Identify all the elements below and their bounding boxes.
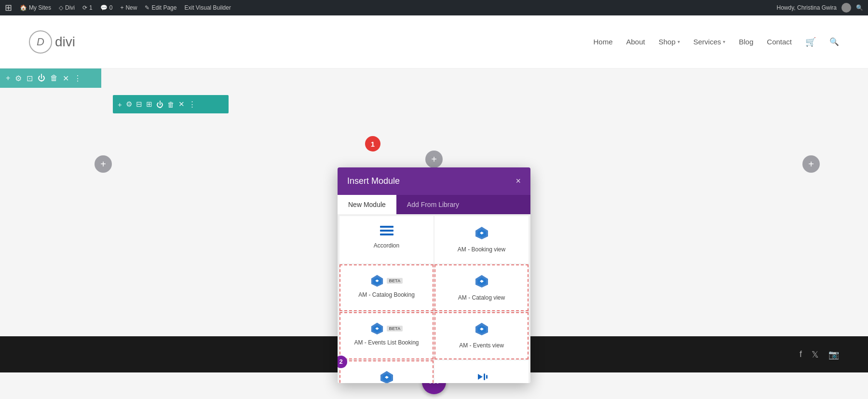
site-nav: Home About Shop ▾ Services ▾ Blog Contac… — [593, 37, 839, 47]
am-booking-view-label: AM - Booking view — [458, 246, 505, 254]
am-booking-view-icon — [475, 226, 489, 242]
twitter-icon[interactable]: 𝕏 — [812, 349, 819, 360]
am-events-list-booking-label: AM - Events List Booking — [354, 339, 419, 347]
svg-rect-0 — [380, 226, 393, 228]
am-events-view-label: AM - Events view — [459, 342, 504, 350]
avatar[interactable] — [841, 3, 851, 13]
divi-icon: ◇ — [59, 4, 63, 11]
tab-new-module[interactable]: New Module — [338, 195, 396, 214]
add-section-right[interactable]: + — [802, 155, 820, 173]
row-settings-icon[interactable]: ⚙ — [126, 100, 132, 109]
audio-icon — [475, 370, 488, 383]
module-accordion[interactable]: Accordion — [339, 216, 434, 263]
site-header: D divi Home About Shop ▾ Services ▾ Blog… — [0, 15, 868, 69]
services-dropdown-icon: ▾ — [723, 39, 725, 44]
beta-badge-events-list: BETA — [387, 326, 403, 331]
svg-rect-22 — [484, 373, 485, 380]
my-sites-menu[interactable]: 🏠 My Sites — [20, 4, 51, 11]
row-more-icon[interactable]: ⋮ — [189, 100, 196, 109]
add-module-circle[interactable]: + — [425, 151, 443, 168]
am-events-view-icon — [475, 322, 489, 338]
svg-rect-2 — [380, 234, 393, 235]
modal-tabs: New Module Add From Library — [338, 195, 530, 214]
nav-about[interactable]: About — [626, 38, 645, 46]
comments-icon: 💬 — [100, 4, 108, 11]
tab-add-from-library[interactable]: Add From Library — [396, 195, 470, 214]
new-menu[interactable]: + New — [120, 4, 137, 11]
insert-module-modal: Insert Module × New Module Add From Libr… — [338, 167, 530, 383]
page-content: + ⚙ ⊡ ⏻ 🗑 ✕ ⋮ + ⚙ ⊟ ⊞ ⏻ 🗑 ✕ ⋮ + + 1 + In… — [0, 69, 868, 399]
logo-circle-icon: D — [29, 30, 52, 54]
row-duplicate-icon[interactable]: ⊟ — [136, 100, 142, 109]
badge-1: 1 — [365, 136, 380, 151]
edit-icon: ✎ — [145, 4, 149, 11]
modal-close-button[interactable]: × — [515, 176, 521, 186]
section-duplicate-icon[interactable]: ⊡ — [27, 74, 33, 83]
row-disable-icon[interactable]: ⏻ — [156, 100, 163, 109]
edit-page-link[interactable]: ✎ Edit Page — [145, 4, 176, 11]
module-am-step-booking[interactable]: 2 AM - Step Booking — [339, 360, 434, 383]
wp-logo-icon[interactable]: ⊞ — [5, 2, 12, 13]
nav-services[interactable]: Services ▾ — [693, 38, 726, 46]
divi-menu[interactable]: ◇ Divi — [59, 4, 75, 11]
cart-icon[interactable]: 🛒 — [805, 37, 816, 47]
am-catalog-booking-icon-row: BETA — [370, 274, 403, 288]
nav-contact[interactable]: Contact — [767, 38, 792, 46]
module-audio[interactable]: Audio — [434, 360, 529, 383]
nav-home[interactable]: Home — [593, 38, 612, 46]
modal-body: Accordion AM - Booking view — [338, 214, 530, 383]
admin-search-icon[interactable]: 🔍 — [856, 4, 863, 11]
exit-vb-link[interactable]: Exit Visual Builder — [184, 4, 231, 11]
module-am-events-view[interactable]: AM - Events view — [434, 312, 529, 359]
nav-search-icon[interactable]: 🔍 — [829, 37, 839, 46]
footer-socials: f 𝕏 📷 — [800, 349, 839, 360]
section-add-icon[interactable]: + — [6, 74, 10, 83]
accordion-label: Accordion — [374, 242, 399, 250]
section-settings-icon[interactable]: ⚙ — [15, 74, 22, 83]
svg-rect-23 — [486, 375, 488, 379]
section-toolbar: + ⚙ ⊡ ⏻ 🗑 ✕ ⋮ — [0, 69, 101, 88]
module-am-catalog-view[interactable]: AM - Catalog view — [434, 264, 529, 312]
admin-bar-right: Howdy, Christina Gwira 🔍 — [777, 3, 863, 13]
site-logo[interactable]: D divi — [29, 30, 75, 54]
accordion-icon — [380, 226, 393, 238]
add-section-left[interactable]: + — [95, 155, 112, 173]
shop-dropdown-icon: ▾ — [678, 39, 680, 44]
modal-header: Insert Module × — [338, 167, 530, 195]
beta-badge-catalog-booking: BETA — [387, 278, 403, 284]
section-more-icon[interactable]: ⋮ — [74, 74, 81, 83]
howdy-text: Howdy, Christina Gwira — [777, 4, 837, 11]
am-catalog-view-icon — [475, 274, 489, 290]
logo-text: divi — [55, 34, 75, 50]
am-step-booking-icon — [380, 370, 394, 383]
row-toolbar: + ⚙ ⊟ ⊞ ⏻ 🗑 ✕ ⋮ — [113, 95, 229, 113]
am-events-list-icon-row: BETA — [370, 322, 403, 335]
facebook-icon[interactable]: f — [800, 349, 802, 360]
module-am-catalog-booking[interactable]: BETA AM - Catalog Booking — [339, 264, 434, 312]
my-sites-icon: 🏠 — [20, 4, 27, 11]
nav-shop[interactable]: Shop ▾ — [659, 38, 680, 46]
updates-icon: ⟳ — [82, 4, 87, 11]
section-disable-icon[interactable]: ⏻ — [38, 74, 45, 83]
module-am-booking-view[interactable]: AM - Booking view — [434, 216, 529, 263]
row-close-icon[interactable]: ✕ — [178, 100, 185, 109]
row-add-icon[interactable]: + — [118, 100, 122, 109]
svg-rect-1 — [380, 230, 393, 232]
section-delete-icon[interactable]: 🗑 — [50, 74, 58, 83]
module-grid: Accordion AM - Booking view — [339, 216, 529, 383]
instagram-icon[interactable]: 📷 — [828, 349, 839, 360]
svg-marker-21 — [478, 374, 483, 380]
am-catalog-booking-label: AM - Catalog Booking — [358, 291, 415, 299]
row-columns-icon[interactable]: ⊞ — [146, 100, 152, 109]
updates-menu[interactable]: ⟳ 1 — [82, 4, 93, 11]
admin-bar: ⊞ 🏠 My Sites ◇ Divi ⟳ 1 💬 0 + New ✎ Edit… — [0, 0, 868, 15]
comments-menu[interactable]: 💬 0 — [100, 4, 113, 11]
new-icon: + — [120, 4, 123, 11]
section-close-icon[interactable]: ✕ — [63, 74, 69, 83]
nav-blog[interactable]: Blog — [739, 38, 753, 46]
row-delete-icon[interactable]: 🗑 — [167, 100, 175, 109]
module-am-events-list-booking[interactable]: BETA AM - Events List Booking — [339, 312, 434, 359]
modal-title: Insert Module — [347, 176, 400, 186]
am-catalog-view-label: AM - Catalog view — [458, 294, 505, 302]
